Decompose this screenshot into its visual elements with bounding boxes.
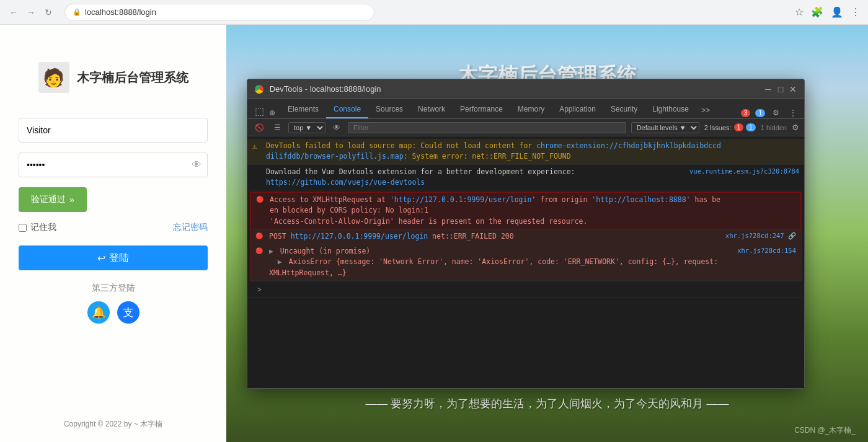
cors-error-text: Access to XMLHttpRequest at 'http://127.…	[270, 195, 721, 227]
close-button[interactable]: ✕	[789, 86, 797, 93]
login-icon: ↩	[97, 252, 105, 264]
post-url-link[interactable]: http://127.0.0.1:9999/user/login	[291, 232, 428, 241]
panel-toggle[interactable]: ⬚	[252, 104, 267, 118]
copyright: Copyright © 2022 by ~ 木字楠	[64, 419, 162, 430]
devtools-title: DevTools - localhost:8888/login	[255, 84, 381, 94]
logo-area: 🧑 木字楠后台管理系统	[38, 62, 188, 93]
vue-devtools-link[interactable]: https://github.com/vuejs/vue-devtools	[266, 178, 425, 187]
menu-icon[interactable]: ⋮	[851, 6, 861, 18]
tab-memory[interactable]: Memory	[510, 101, 552, 118]
third-party-label: 第三方登陆	[92, 283, 135, 294]
profile-icon[interactable]: 👤	[831, 6, 843, 18]
issues-error-count: 1	[734, 123, 744, 131]
warning-icon-1: ⚠	[252, 141, 262, 152]
window-buttons: ─ □ ✕	[764, 86, 797, 93]
prompt-input[interactable]	[267, 285, 799, 295]
remember-me-checkbox[interactable]	[19, 224, 27, 232]
error-badge: 3	[741, 109, 751, 117]
cors-error-block: 🔴 Access to XMLHttpRequest at 'http://12…	[250, 192, 802, 281]
alipay-login-button[interactable]: 支	[117, 301, 140, 324]
tab-performance[interactable]: Performance	[453, 101, 510, 118]
more-options-button[interactable]: ⋮	[787, 107, 799, 118]
cors-error-icon: 🔴	[256, 195, 266, 204]
source-2[interactable]: vue.runtime.esm.js?c320:8784	[689, 167, 799, 177]
context-selector[interactable]: top ▼	[288, 122, 326, 133]
ext-link-1[interactable]: chrome-extension://cfhdojbkjhnklbpkdaibd…	[266, 141, 721, 161]
password-input[interactable]	[19, 152, 208, 177]
warning-badge: 1	[755, 109, 765, 117]
cors-policy-text: login:1	[399, 206, 428, 214]
watermark: CSDN @_木字楠_	[794, 425, 856, 436]
tab-sources[interactable]: Sources	[368, 101, 410, 118]
tab-badges: 3 1 ⚙ ⋮	[741, 107, 799, 118]
back-button[interactable]: ←	[7, 6, 20, 19]
console-line-warning-1: ⚠ DevTools failed to load source map: Co…	[247, 139, 804, 165]
app-title: 木字楠后台管理系统	[77, 69, 188, 86]
tab-lighthouse[interactable]: Lighthouse	[645, 101, 696, 118]
show-password-icon[interactable]: 👁	[192, 159, 202, 170]
login-button-label: 登陆	[109, 252, 129, 265]
address-bar[interactable]: 🔒 localhost:8888/login	[64, 4, 374, 21]
login-options: 记住我 忘记密码	[19, 222, 208, 233]
uncaught-error-text: ▶ Uncaught (in promise) ▶ AxiosError {me…	[269, 246, 722, 278]
forgot-password-link[interactable]: 忘记密码	[173, 222, 208, 233]
verify-button-label: 验证通过	[31, 194, 66, 205]
eye-button[interactable]: 👁	[330, 122, 343, 133]
levels-selector[interactable]: Default levels ▼	[631, 122, 699, 133]
tab-console[interactable]: Console	[326, 101, 368, 118]
prompt-symbol: >	[257, 285, 262, 295]
expand-arrow-2[interactable]: ▶	[278, 257, 282, 266]
lock-icon: 🔒	[73, 8, 81, 16]
bookmark-icon[interactable]: ☆	[795, 6, 804, 18]
tab-network[interactable]: Network	[410, 101, 453, 118]
extension-icon[interactable]: 🧩	[811, 6, 823, 18]
toolbar-settings-button[interactable]: ⚙	[792, 123, 799, 132]
social-icons: 🔔 支	[87, 301, 140, 324]
arrow-icon: »	[69, 195, 74, 205]
forward-button[interactable]: →	[25, 6, 37, 19]
hidden-count: 1 hidden	[761, 124, 787, 131]
expand-arrow-1[interactable]: ▶	[269, 247, 273, 255]
console-line-cors-error: 🔴 Access to XMLHttpRequest at 'http://12…	[250, 192, 801, 229]
login-button[interactable]: ↩ 登陆	[19, 245, 208, 270]
console-line-info-1: Download the Vue Devtools extension for …	[247, 165, 804, 191]
chrome-icon	[255, 85, 264, 94]
warning-text-1: DevTools failed to load source map: Coul…	[266, 141, 725, 162]
console-line-post-error: 🔴 POST http://127.0.0.1:9999/user/login …	[250, 229, 801, 244]
address-text: localhost:8888/login	[85, 7, 156, 17]
tab-application[interactable]: Application	[552, 101, 603, 118]
cors-origin-link[interactable]: 'http://localhost:8888'	[591, 195, 690, 204]
maximize-button[interactable]: □	[777, 86, 784, 93]
console-line-uncaught: 🔴 ▶ Uncaught (in promise) ▶ AxiosError {…	[250, 244, 801, 281]
browser-toolbar: ☆ 🧩 👤 ⋮	[795, 6, 861, 18]
clear-console-button[interactable]: 🚫	[252, 122, 267, 133]
console-content[interactable]: ⚠ DevTools failed to load source map: Co…	[247, 136, 804, 388]
minimize-button[interactable]: ─	[764, 86, 772, 93]
settings-button[interactable]: ⚙	[770, 107, 782, 118]
background-quote: —— 要努力呀，为了想要的生活，为了人间烟火，为了今天的风和月 ——	[226, 396, 868, 411]
tab-elements[interactable]: Elements	[280, 101, 326, 118]
devtools-panel: DevTools - localhost:8888/login ─ □ ✕ ⬚ …	[247, 79, 805, 389]
console-toolbar: 🚫 ☰ top ▼ 👁 Default levels ▼ 2 Issues: 1…	[247, 119, 804, 136]
post-source[interactable]: xhr.js?28cd:247 🔗	[722, 231, 796, 241]
cors-url-link[interactable]: 'http://127.0.0.1:9999/user/login'	[390, 195, 536, 204]
tab-security[interactable]: Security	[603, 101, 645, 118]
verify-button[interactable]: 验证通过 »	[19, 187, 87, 212]
filter-input[interactable]	[348, 122, 626, 133]
login-panel: 🧑 木字楠后台管理系统 👁 验证通过 » 记住我 忘记密码 ↩ 登陆 第三方登陆…	[0, 25, 226, 442]
inspect-btn[interactable]: ⊕	[267, 107, 278, 118]
toggle-sidebar-button[interactable]: ☰	[272, 122, 283, 133]
username-input[interactable]	[19, 118, 208, 143]
post-error-icon: 🔴	[255, 231, 265, 241]
avatar: 🧑	[38, 62, 69, 93]
uncaught-source[interactable]: xhr.js?28cd:154	[722, 246, 796, 256]
more-tabs-button[interactable]: >>	[696, 102, 715, 118]
issues-label: 2 Issues:	[704, 124, 732, 131]
console-prompt[interactable]: >	[247, 283, 804, 298]
remember-me-label[interactable]: 记住我	[19, 222, 56, 233]
qq-login-button[interactable]: 🔔	[87, 301, 110, 324]
info-text-1: Download the Vue Devtools extension for …	[266, 167, 689, 188]
issues-indicator: 2 Issues: 1 1	[704, 123, 756, 131]
refresh-button[interactable]: ↻	[42, 6, 55, 19]
issues-warn-count: 1	[746, 123, 756, 131]
